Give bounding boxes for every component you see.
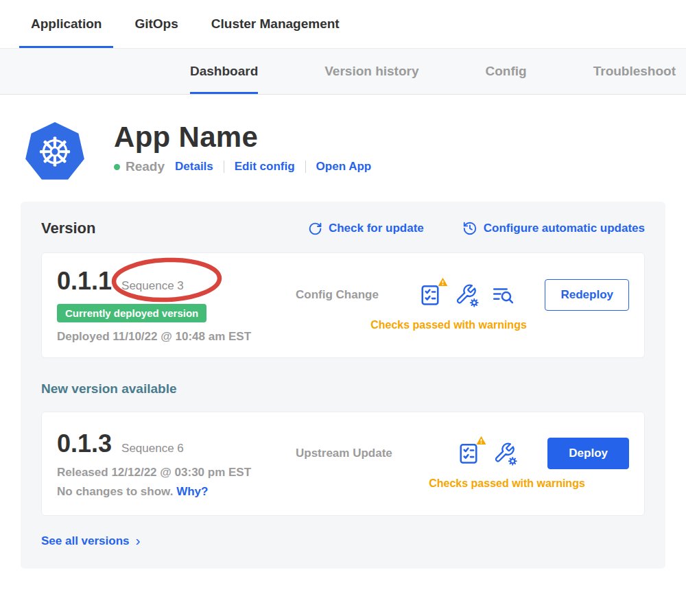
warning-triangle-icon — [476, 436, 486, 445]
current-version-actions-row: Config Change — [296, 279, 629, 311]
version-section: Version Check for update Configure autom… — [21, 202, 665, 569]
new-version-icons: Deploy — [456, 438, 629, 469]
warning-triangle-icon — [438, 277, 448, 287]
sub-nav: Dashboard Version history Config Trouble… — [0, 49, 686, 95]
kubernetes-logo: ☸ — [25, 122, 85, 182]
check-for-update-label: Check for update — [329, 222, 424, 235]
current-version-row: 0.1.1 Sequence 3 — [57, 267, 296, 296]
wrench-gear-icon — [455, 283, 479, 307]
open-app-link[interactable]: Open App — [316, 160, 372, 174]
version-section-header: Version Check for update Configure autom… — [41, 220, 645, 237]
page-title: App Name — [114, 122, 371, 152]
why-link[interactable]: Why? — [176, 485, 208, 498]
new-checks-status: Checks passed with warnings — [296, 477, 629, 490]
deployed-timestamp: Deployed 11/10/22 @ 10:48 am EST — [57, 330, 296, 344]
new-version-card: 0.1.3 Sequence 6 Released 12/12/22 @ 03:… — [41, 412, 645, 516]
deploy-button[interactable]: Deploy — [547, 438, 629, 469]
current-sequence-label: Sequence 3 — [121, 279, 184, 293]
preflight-checks-icon[interactable] — [418, 283, 442, 307]
subtab-version-history[interactable]: Version history — [324, 49, 418, 94]
divider — [305, 161, 306, 173]
file-search-icon — [491, 283, 514, 307]
helm-wheel-icon: ☸ — [37, 132, 73, 172]
status-text: Ready — [126, 159, 165, 174]
see-all-versions-link[interactable]: See all versions › — [41, 534, 141, 548]
tab-cluster-management[interactable]: Cluster Management — [211, 0, 340, 48]
edit-config-link[interactable]: Edit config — [235, 160, 295, 174]
new-version-number: 0.1.3 — [57, 429, 112, 458]
check-for-update-link[interactable]: Check for update — [308, 221, 424, 236]
subtab-config[interactable]: Config — [486, 49, 527, 94]
configure-automatic-updates-link[interactable]: Configure automatic updates — [462, 221, 645, 236]
config-wrench-icon[interactable] — [493, 442, 517, 466]
see-all-versions-label: See all versions — [41, 534, 130, 548]
released-timestamp: Released 12/12/22 @ 03:30 pm EST — [57, 466, 296, 479]
current-version-icons: Redeploy — [418, 279, 629, 311]
new-sequence-label: Sequence 6 — [121, 442, 184, 455]
configure-automatic-updates-label: Configure automatic updates — [484, 222, 645, 235]
new-version-available-heading: New version available — [41, 381, 645, 396]
new-version-source-label: Upstream Update — [296, 447, 392, 460]
chevron-right-icon: › — [136, 533, 141, 547]
current-checks-status: Checks passed with warnings — [296, 319, 629, 331]
tab-gitops[interactable]: GitOps — [134, 0, 178, 48]
auto-update-clock-icon — [462, 221, 477, 236]
subtab-troubleshoot[interactable]: Troubleshoot — [593, 49, 676, 94]
app-info: App Name Ready Details Edit config Open … — [114, 122, 371, 174]
status-dot-icon — [114, 164, 120, 170]
redeploy-button[interactable]: Redeploy — [545, 279, 629, 311]
current-version-source-label: Config Change — [296, 288, 379, 302]
config-wrench-icon[interactable] — [455, 283, 479, 307]
refresh-icon — [308, 222, 322, 236]
view-files-icon[interactable] — [491, 283, 514, 307]
current-version-info: 0.1.1 Sequence 3 Currently deployed vers… — [57, 267, 296, 344]
new-version-actions: Upstream Update — [296, 438, 629, 490]
tab-application[interactable]: Application — [19, 0, 113, 48]
no-changes-text: No changes to show. — [57, 485, 173, 498]
current-version-actions: Config Change — [296, 279, 629, 331]
app-status: Ready — [114, 159, 165, 174]
current-version-number: 0.1.1 — [57, 267, 112, 296]
no-changes-row: No changes to show. Why? — [57, 485, 296, 499]
subtab-dashboard[interactable]: Dashboard — [190, 49, 258, 94]
top-nav: Application GitOps Cluster Management — [0, 0, 686, 49]
new-version-row: 0.1.3 Sequence 6 — [57, 429, 296, 458]
currently-deployed-badge: Currently deployed version — [57, 304, 206, 322]
new-version-info: 0.1.3 Sequence 6 Released 12/12/22 @ 03:… — [57, 429, 296, 499]
current-version-card: 0.1.1 Sequence 3 Currently deployed vers… — [41, 252, 645, 358]
app-meta-row: Ready Details Edit config Open App — [114, 159, 371, 174]
app-header: ☸ App Name Ready Details Edit config Ope… — [0, 95, 686, 182]
wrench-gear-icon — [493, 442, 517, 466]
new-version-actions-row: Upstream Update — [296, 438, 629, 469]
version-actions: Check for update Configure automatic upd… — [308, 221, 645, 236]
divider — [224, 161, 224, 173]
details-link[interactable]: Details — [175, 160, 213, 174]
version-heading: Version — [41, 220, 95, 237]
preflight-checks-icon[interactable] — [456, 441, 481, 466]
